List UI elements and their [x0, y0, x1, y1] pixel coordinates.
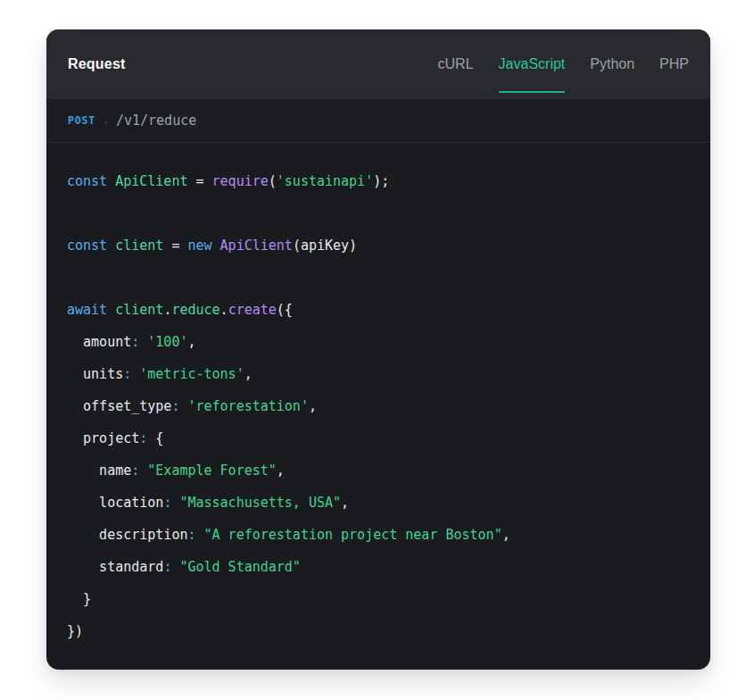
code-line: amount: '100', [67, 326, 689, 358]
code-token: ) [349, 238, 357, 254]
code-token [107, 302, 115, 318]
code-token: "Example Forest" [147, 462, 277, 479]
code-token: await [67, 302, 107, 318]
panel-header: Request cURLJavaScriptPythonPHP [46, 29, 710, 99]
code-token: : [131, 462, 139, 479]
code-line [67, 197, 689, 229]
code-token: const [67, 173, 107, 189]
code-token: . [220, 302, 228, 318]
code-token: : [131, 334, 139, 350]
code-line [67, 262, 689, 294]
code-token: , [309, 398, 317, 414]
code-token: units [67, 366, 123, 382]
code-token: client [115, 238, 163, 254]
code-line: standard: "Gold Standard" [67, 551, 689, 583]
code-token [139, 462, 147, 479]
code-line: description: "A reforestation project ne… [67, 519, 689, 551]
code-token: project [67, 430, 139, 446]
code-token: apiKey [301, 238, 349, 254]
tab-curl[interactable]: cURL [438, 29, 474, 99]
code-token: , [187, 334, 195, 350]
endpoint-bar: POST · /v1/reduce [46, 99, 710, 143]
code-token: }) [67, 623, 83, 639]
code-block: const ApiClient = require('sustainapi');… [46, 143, 710, 670]
active-tab-underline [499, 91, 566, 93]
code-token: location [67, 495, 163, 511]
code-token: "Massachusetts, USA" [179, 495, 341, 511]
code-token: client [115, 302, 163, 318]
tab-label: PHP [659, 56, 689, 72]
code-line: name: "Example Forest", [67, 454, 689, 487]
http-method: POST [68, 114, 95, 127]
code-token: new [187, 238, 211, 254]
code-token: ({ [277, 302, 293, 318]
code-token: } [67, 591, 91, 607]
code-line: await client.reduce.create({ [67, 294, 689, 326]
code-line: units: 'metric-tons', [67, 358, 689, 390]
code-token: 'reforestation' [187, 398, 308, 414]
code-token [107, 173, 115, 189]
tab-label: cURL [438, 56, 474, 72]
code-token [107, 238, 115, 254]
code-line: project: { [67, 422, 689, 454]
code-token: = [187, 173, 211, 189]
code-line: const ApiClient = require('sustainapi'); [67, 165, 689, 197]
code-line: offset_type: 'reforestation', [67, 390, 689, 422]
code-line: }) [67, 615, 689, 647]
code-token: reduce [171, 302, 220, 318]
tab-python[interactable]: Python [590, 29, 634, 99]
code-token: , [341, 495, 349, 511]
code-token [139, 334, 147, 350]
code-token: "A reforestation project near Boston" [204, 527, 502, 543]
code-token [196, 527, 204, 543]
code-token [131, 366, 139, 382]
tab-javascript[interactable]: JavaScript [499, 29, 566, 99]
code-token: const [67, 238, 107, 254]
code-token: require [212, 173, 269, 189]
tab-label: Python [590, 56, 634, 72]
code-token: , [502, 527, 510, 543]
code-token: 'sustainapi' [277, 173, 373, 189]
code-token: : [139, 430, 147, 446]
code-line: } [67, 583, 689, 615]
code-token: ApiClient [115, 173, 187, 189]
code-token: standard [67, 559, 163, 575]
language-tabs: cURLJavaScriptPythonPHP [438, 29, 689, 99]
code-token: , [245, 366, 253, 382]
endpoint-path: /v1/reduce [116, 112, 196, 129]
request-panel: Request cURLJavaScriptPythonPHP POST · /… [46, 29, 710, 670]
code-token [212, 238, 220, 254]
code-token: : [123, 366, 131, 382]
code-token: ); [373, 173, 389, 189]
endpoint-separator: · [104, 113, 108, 129]
code-token: ( [269, 173, 277, 189]
code-token: ( [293, 238, 301, 254]
code-token: offset_type [67, 398, 171, 414]
code-token: '100' [147, 334, 187, 350]
tab-php[interactable]: PHP [659, 29, 689, 99]
code-token: amount [67, 334, 131, 350]
code-token: = [163, 238, 187, 254]
tab-label: JavaScript [499, 56, 566, 72]
code-token: 'metric-tons' [139, 366, 244, 382]
code-token: description [67, 527, 187, 543]
code-token: , [277, 462, 285, 479]
code-token: "Gold Standard" [179, 559, 300, 575]
code-token: : [187, 527, 195, 543]
code-line: const client = new ApiClient(apiKey) [67, 229, 689, 262]
panel-title: Request [68, 56, 126, 72]
code-token: create [228, 302, 277, 318]
code-token: ApiClient [220, 238, 293, 254]
code-line: location: "Massachusetts, USA", [67, 487, 689, 519]
code-token: name [67, 462, 131, 479]
code-token: { [147, 430, 163, 446]
